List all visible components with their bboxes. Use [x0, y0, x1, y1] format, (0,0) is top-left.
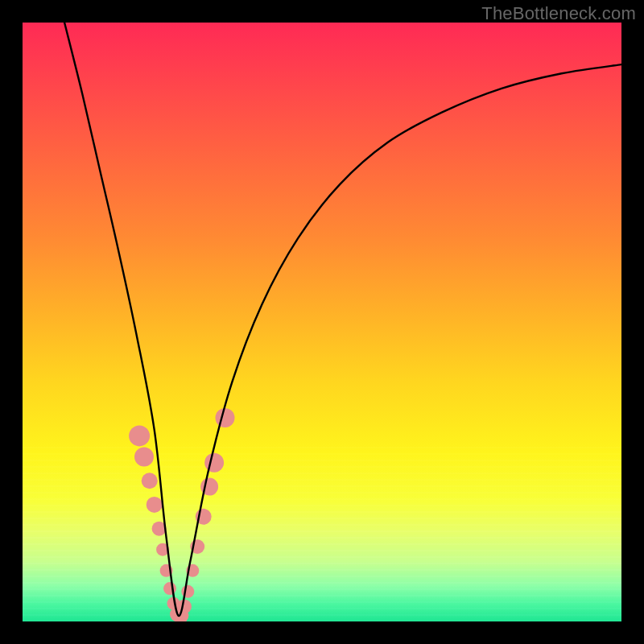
marker-dot [129, 425, 150, 446]
marker-dot [204, 453, 224, 473]
watermark-text: TheBottleneck.com [481, 3, 636, 24]
marker-dot [142, 473, 158, 489]
marker-group [129, 408, 234, 621]
marker-dot [134, 447, 154, 466]
marker-dot [163, 582, 176, 595]
marker-dot [216, 408, 235, 427]
curve-layer [23, 23, 621, 621]
plot-area [23, 23, 621, 621]
chart-frame: TheBottleneck.com [0, 0, 644, 644]
marker-dot [147, 497, 163, 513]
bottleneck-curve-path [64, 23, 621, 616]
marker-dot [181, 585, 194, 598]
